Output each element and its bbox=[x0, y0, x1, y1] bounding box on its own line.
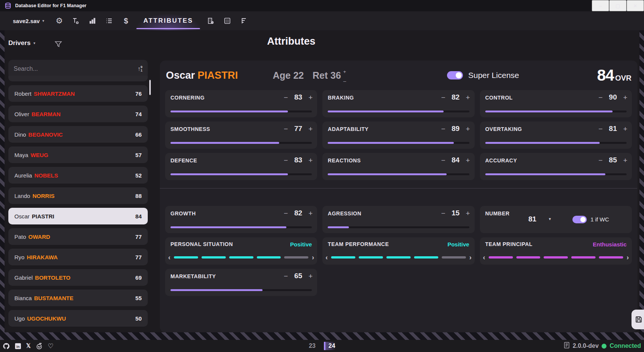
minimize-button[interactable]: – bbox=[592, 0, 609, 11]
driver-last-name: BEGANOVIC bbox=[28, 131, 63, 138]
chevron-left-icon[interactable]: ‹ bbox=[325, 255, 328, 260]
search-box[interactable]: Search... ↑ 91 bbox=[8, 60, 148, 78]
settings-gear-icon[interactable]: ⚙ bbox=[51, 13, 67, 28]
increment-button[interactable]: + bbox=[623, 94, 627, 101]
stat-progress-track[interactable] bbox=[328, 173, 469, 175]
driver-row-shwartzman[interactable]: RobertSHWARTZMAN76 bbox=[8, 85, 148, 102]
driver-name: OscarPIASTRI bbox=[166, 70, 238, 81]
stat-progress-fill bbox=[328, 173, 447, 175]
save-file-dropdown[interactable]: save2.sav ▾ bbox=[13, 18, 44, 24]
number-card: NUMBER81▾1 if WC bbox=[480, 206, 632, 233]
save-button[interactable] bbox=[631, 310, 644, 329]
hierarchy-icon[interactable] bbox=[236, 13, 252, 28]
increment-button[interactable]: + bbox=[308, 94, 313, 101]
decrement-button[interactable]: − bbox=[284, 157, 288, 164]
increment-button[interactable]: + bbox=[466, 210, 470, 217]
page-button-23[interactable]: 23 bbox=[306, 342, 319, 350]
changelog-doc-icon[interactable] bbox=[564, 342, 570, 350]
chevron-left-icon[interactable]: ‹ bbox=[483, 255, 485, 260]
decrement-button[interactable]: − bbox=[599, 94, 603, 101]
mood-segments: ‹› bbox=[483, 255, 629, 260]
facilities-building-icon[interactable] bbox=[202, 13, 219, 28]
driver-ovr: 55 bbox=[135, 295, 142, 301]
number-dropdown-caret[interactable]: ▾ bbox=[549, 216, 551, 221]
calendar-grid-icon[interactable] bbox=[219, 13, 236, 28]
mood-segment bbox=[414, 256, 438, 259]
stat-progress-track[interactable] bbox=[485, 111, 627, 112]
wc-number-toggle[interactable] bbox=[572, 216, 587, 223]
maximize-button[interactable]: ▢ bbox=[609, 0, 627, 11]
car-setup-icon[interactable] bbox=[67, 13, 84, 28]
stat-progress-track[interactable] bbox=[485, 142, 627, 144]
driver-row-oward[interactable]: PatoOWARD77 bbox=[8, 228, 148, 245]
stat-progress-track[interactable] bbox=[170, 173, 312, 175]
chevron-left-icon[interactable]: ‹ bbox=[168, 255, 170, 260]
ret-increment-button[interactable]: + bbox=[343, 68, 346, 75]
driver-row-bearman[interactable]: OliverBEARMAN74 bbox=[8, 106, 148, 122]
driver-row-bustamante[interactable]: BiancaBUSTAMANTE55 bbox=[8, 290, 148, 306]
increment-button[interactable]: + bbox=[308, 125, 313, 132]
increment-button[interactable]: + bbox=[308, 157, 313, 164]
increment-button[interactable]: + bbox=[308, 210, 313, 217]
stat-card-reactions: REACTIONS−84+ bbox=[322, 153, 474, 180]
driver-row-ugochukwu[interactable]: UgoUGOCHUKWU50 bbox=[8, 310, 148, 327]
stat-progress-track[interactable] bbox=[485, 173, 627, 175]
tab-attributes[interactable]: ATTRIBUTES bbox=[141, 11, 195, 30]
ret-decrement-button[interactable]: _ bbox=[343, 75, 346, 83]
driver-row-norris[interactable]: LandoNORRIS88 bbox=[8, 187, 148, 204]
decrement-button[interactable]: − bbox=[599, 125, 603, 132]
page-button-24[interactable]: 24 bbox=[324, 342, 338, 350]
decrement-button[interactable]: − bbox=[441, 94, 445, 101]
stats-bars-icon[interactable] bbox=[84, 13, 101, 28]
finances-dollar-icon[interactable]: $ bbox=[117, 13, 134, 28]
driver-first-name: Pato bbox=[14, 234, 26, 240]
increment-button[interactable]: + bbox=[623, 157, 627, 164]
decrement-button[interactable]: − bbox=[284, 273, 288, 280]
increment-button[interactable]: + bbox=[308, 273, 313, 280]
driver-row-partial[interactable] bbox=[8, 76, 148, 81]
driver-row-piastri[interactable]: OscarPIASTRI84 bbox=[8, 208, 148, 224]
decrement-button[interactable]: − bbox=[284, 94, 288, 101]
driver-row-hirakawa[interactable]: RyoHIRAKAWA77 bbox=[8, 249, 148, 265]
stat-label: MARKETABILITY bbox=[170, 273, 216, 279]
increment-button[interactable]: + bbox=[466, 125, 470, 132]
stat-progress-fill bbox=[170, 226, 286, 228]
category-dropdown-drivers[interactable]: Drivers ▾ bbox=[8, 39, 35, 47]
decrement-button[interactable]: − bbox=[284, 125, 288, 132]
stat-progress-track[interactable] bbox=[170, 289, 312, 291]
chevron-right-icon[interactable]: › bbox=[627, 255, 629, 260]
list-icon[interactable] bbox=[101, 13, 117, 28]
sort-descending-icon[interactable]: ↑ 91 bbox=[138, 65, 142, 72]
close-button[interactable]: ✕ bbox=[627, 0, 644, 11]
driver-row-weug[interactable]: MayaWEUG57 bbox=[8, 146, 148, 163]
decrement-button[interactable]: − bbox=[441, 210, 445, 217]
chevron-right-icon[interactable]: › bbox=[469, 255, 472, 260]
stat-progress-fill bbox=[328, 226, 349, 228]
stat-progress-track[interactable] bbox=[328, 111, 469, 112]
decrement-button[interactable]: − bbox=[599, 157, 603, 164]
stat-progress-track[interactable] bbox=[328, 226, 469, 228]
increment-button[interactable]: + bbox=[466, 157, 470, 164]
search-input[interactable]: Search... bbox=[14, 65, 138, 72]
stat-progress-track[interactable] bbox=[170, 226, 312, 228]
super-license-toggle[interactable] bbox=[447, 71, 463, 79]
mood-segment bbox=[359, 256, 383, 259]
decrement-button[interactable]: − bbox=[284, 210, 288, 217]
stat-stepper: −89+ bbox=[441, 125, 470, 133]
driver-ovr: 57 bbox=[135, 152, 142, 158]
stat-progress-track[interactable] bbox=[328, 142, 469, 144]
scrollbar-thumb[interactable] bbox=[149, 80, 151, 95]
driver-row-beganovic[interactable]: DinoBEGANOVIC66 bbox=[8, 126, 148, 143]
stat-progress-track[interactable] bbox=[170, 142, 312, 144]
driver-row-nobels[interactable]: AureliaNOBELS52 bbox=[8, 167, 148, 184]
driver-first-name: Bianca bbox=[14, 295, 32, 301]
stat-progress-track[interactable] bbox=[170, 111, 312, 112]
filter-funnel-icon[interactable] bbox=[54, 40, 63, 50]
chevron-right-icon[interactable]: › bbox=[312, 255, 314, 260]
decrement-button[interactable]: − bbox=[441, 157, 445, 164]
decrement-button[interactable]: − bbox=[441, 125, 445, 132]
increment-button[interactable]: + bbox=[466, 94, 470, 101]
driver-row-bortoleto[interactable]: GabrielBORTOLETO69 bbox=[8, 269, 148, 286]
increment-button[interactable]: + bbox=[623, 125, 627, 132]
super-license-label: Super License bbox=[468, 71, 519, 80]
